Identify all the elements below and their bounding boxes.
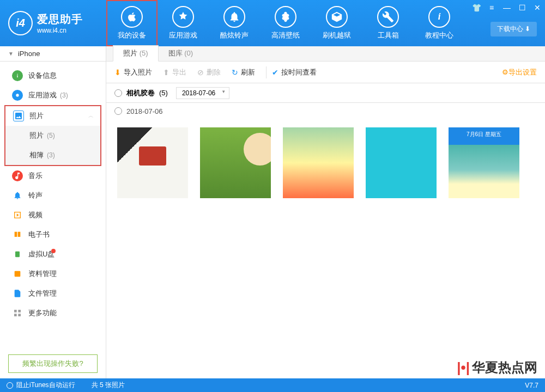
svg-rect-4 (14, 310, 17, 313)
sidebar: ▼ iPhone 设备信息 应用游戏(3) 照片 ︿ 照片(5) (0, 46, 106, 378)
export-button[interactable]: ⬆导出 (163, 68, 186, 77)
photos-group-highlight: 照片 ︿ 照片(5) 相簿(3) (4, 105, 101, 166)
minimize-button[interactable]: — (502, 3, 512, 13)
appstore-icon (172, 6, 194, 28)
grid-icon (12, 308, 23, 318)
sidebar-item-ebooks[interactable]: 电子书 (0, 225, 106, 244)
info-circle-icon (12, 70, 23, 81)
delete-icon: ⊘ (197, 68, 204, 77)
sidebar-item-ringtones[interactable]: 铃声 (0, 186, 106, 205)
status-bar: 阻止iTunes自动运行 共 5 张照片 V7.7 (0, 378, 545, 392)
date-group-radio[interactable] (114, 107, 122, 115)
nav-apps[interactable]: 应用游戏 (158, 0, 209, 46)
menu-icon[interactable]: ≡ (487, 3, 496, 13)
nav-jailbreak[interactable]: 刷机越狱 (311, 0, 362, 46)
photo-thumbnail[interactable] (366, 127, 437, 198)
sidebar-item-usb[interactable]: 虚拟U盘 (0, 244, 106, 264)
sidebar-item-device-info[interactable]: 设备信息 (0, 66, 106, 85)
svg-rect-6 (14, 314, 17, 316)
image-icon (13, 111, 24, 121)
itunes-toggle[interactable]: 阻止iTunes自动运行 (7, 381, 75, 390)
app-title: 爱思助手 (37, 12, 83, 27)
download-center-button[interactable]: 下载中心 ⬇ (491, 22, 537, 36)
view-by-time-button[interactable]: ✔按时间查看 (272, 68, 317, 77)
sidebar-item-video[interactable]: 视频 (0, 205, 106, 225)
photo-count: 共 5 张照片 (92, 381, 125, 390)
download-icon: ⬇ (525, 25, 530, 33)
watermark-icon: |•| (457, 359, 470, 376)
music-icon (12, 170, 23, 181)
import-icon: ⬇ (114, 68, 121, 77)
sidebar-item-files[interactable]: 文件管理 (0, 284, 106, 303)
data-icon (12, 268, 23, 279)
radio-icon (7, 382, 13, 389)
filter-row: 相机胶卷 (5) 2018-07-06 (106, 83, 545, 103)
apple-icon (121, 6, 143, 28)
video-icon (12, 210, 23, 220)
check-icon: ✔ (272, 68, 278, 77)
watermark: |•| 华夏热点网 (453, 357, 541, 378)
date-group-header[interactable]: 2018-07-06 (106, 103, 545, 119)
bell-icon (223, 6, 245, 28)
usb-icon (12, 249, 23, 260)
select-all-radio[interactable] (114, 89, 122, 97)
content-tabs: 照片 (5) 图库 (0) (106, 46, 545, 62)
sidebar-item-more[interactable]: 更多功能 (0, 303, 106, 323)
photo-thumbnail[interactable] (283, 127, 354, 198)
box-icon (326, 6, 348, 28)
thumbnail-grid (106, 119, 545, 206)
sidebar-subitem-albums[interactable]: 相簿(3) (5, 145, 100, 165)
sidebar-item-photos[interactable]: 照片 ︿ (5, 106, 100, 126)
nav-my-device[interactable]: 我的设备 (106, 0, 158, 46)
refresh-icon: ↻ (232, 68, 238, 77)
logo-icon: i4 (8, 11, 33, 35)
sidebar-subitem-photos[interactable]: 照片(5) (5, 126, 100, 145)
tab-gallery[interactable]: 图库 (0) (159, 46, 203, 61)
gear-icon: ⚙ (502, 68, 508, 76)
sidebar-item-apps[interactable]: 应用游戏(3) (0, 85, 106, 105)
photo-thumbnail[interactable] (200, 127, 271, 198)
flower-icon (275, 6, 296, 28)
info-icon: i (428, 6, 450, 28)
photo-thumbnail[interactable] (117, 127, 188, 198)
tshirt-icon[interactable]: 👕 (471, 3, 481, 13)
logo-area: i4 爱思助手 www.i4.cn (0, 11, 106, 35)
help-link[interactable]: 频繁出现操作失败? (8, 354, 98, 373)
app-header: i4 爱思助手 www.i4.cn 我的设备 应用游戏 酷炫铃声 高清壁纸 刷机… (0, 0, 545, 46)
svg-point-1 (16, 94, 19, 96)
content-area: 照片 (5) 图库 (0) ⬇导入照片 ⬆导出 ⊘删除 ↻刷新 ✔按时间查看 ⚙… (106, 46, 545, 378)
nav-toolbox[interactable]: 工具箱 (362, 0, 414, 46)
date-dropdown[interactable]: 2018-07-06 (176, 87, 229, 99)
nav-wallpapers[interactable]: 高清壁纸 (260, 0, 311, 46)
maximize-button[interactable]: ☐ (517, 3, 527, 13)
export-icon: ⬆ (163, 68, 169, 77)
photo-thumbnail[interactable] (449, 127, 519, 198)
notification-dot (51, 249, 56, 253)
app-url: www.i4.cn (37, 27, 83, 34)
svg-rect-5 (18, 310, 21, 313)
window-controls: 👕 ≡ — ☐ ✕ (471, 3, 542, 13)
svg-rect-2 (15, 252, 20, 258)
version-label: V7.7 (525, 382, 538, 389)
nav-ringtones[interactable]: 酷炫铃声 (209, 0, 260, 46)
refresh-button[interactable]: ↻刷新 (232, 68, 255, 77)
book-icon (12, 229, 23, 240)
delete-button[interactable]: ⊘删除 (197, 68, 221, 77)
tab-photos[interactable]: 照片 (5) (113, 45, 159, 62)
nav-tutorials[interactable]: i 教程中心 (414, 0, 465, 46)
export-settings-button[interactable]: ⚙导出设置 (502, 68, 537, 77)
chevron-down-icon: ▼ (8, 51, 14, 57)
sidebar-item-music[interactable]: 音乐 (0, 166, 106, 186)
album-name: 相机胶卷 (126, 88, 155, 98)
chevron-up-icon: ︿ (88, 112, 94, 120)
svg-rect-7 (18, 314, 21, 316)
toolbar: ⬇导入照片 ⬆导出 ⊘删除 ↻刷新 ✔按时间查看 ⚙导出设置 (106, 62, 545, 83)
bell-small-icon (12, 190, 23, 201)
svg-rect-3 (15, 271, 21, 277)
device-selector[interactable]: ▼ iPhone (0, 46, 106, 62)
appstore-small-icon (12, 90, 23, 101)
sidebar-item-data[interactable]: 资料管理 (0, 264, 106, 284)
close-button[interactable]: ✕ (532, 3, 542, 13)
import-button[interactable]: ⬇导入照片 (114, 68, 152, 77)
file-icon (12, 288, 23, 299)
